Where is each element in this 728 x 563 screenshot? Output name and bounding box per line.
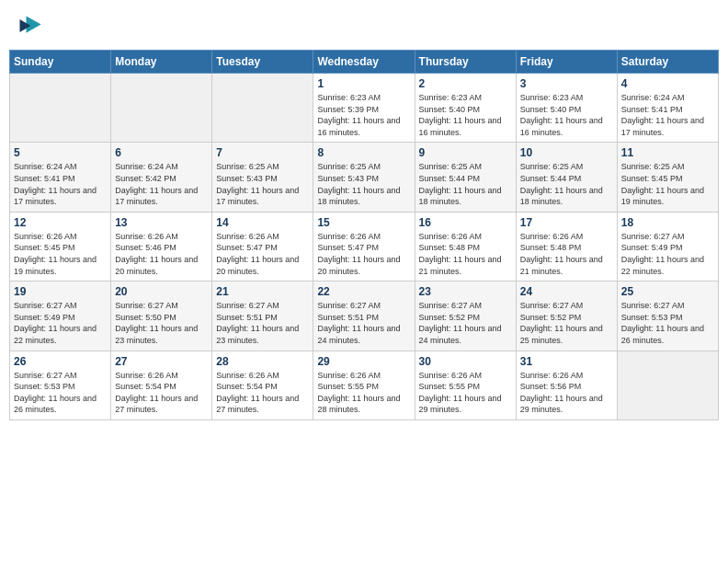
calendar-cell: 15Sunrise: 6:26 AMSunset: 5:47 PMDayligh… xyxy=(313,212,415,281)
day-number: 19 xyxy=(14,285,107,298)
day-info: Sunrise: 6:23 AMSunset: 5:40 PMDaylight:… xyxy=(520,93,603,137)
day-info: Sunrise: 6:27 AMSunset: 5:52 PMDaylight:… xyxy=(419,301,502,345)
calendar-cell: 14Sunrise: 6:26 AMSunset: 5:47 PMDayligh… xyxy=(212,212,313,281)
day-info: Sunrise: 6:27 AMSunset: 5:53 PMDaylight:… xyxy=(621,301,704,345)
calendar-cell: 20Sunrise: 6:27 AMSunset: 5:50 PMDayligh… xyxy=(111,282,212,350)
day-info: Sunrise: 6:23 AMSunset: 5:40 PMDaylight:… xyxy=(419,93,502,137)
day-number: 26 xyxy=(14,355,107,368)
calendar-cell: 12Sunrise: 6:26 AMSunset: 5:45 PMDayligh… xyxy=(10,212,111,281)
day-number: 22 xyxy=(317,285,410,298)
calendar-table: SundayMondayTuesdayWednesdayThursdayFrid… xyxy=(9,50,719,420)
day-info: Sunrise: 6:26 AMSunset: 5:47 PMDaylight:… xyxy=(317,232,400,276)
day-number: 29 xyxy=(317,355,410,368)
weekday-header-sunday: Sunday xyxy=(10,51,111,74)
day-info: Sunrise: 6:24 AMSunset: 5:42 PMDaylight:… xyxy=(115,162,198,206)
calendar-cell: 18Sunrise: 6:27 AMSunset: 5:49 PMDayligh… xyxy=(617,212,718,281)
day-number: 6 xyxy=(115,146,208,159)
calendar-cell: 21Sunrise: 6:27 AMSunset: 5:51 PMDayligh… xyxy=(212,282,313,350)
weekday-header-saturday: Saturday xyxy=(617,51,718,74)
day-info: Sunrise: 6:27 AMSunset: 5:50 PMDaylight:… xyxy=(115,301,198,345)
day-number: 2 xyxy=(419,77,512,90)
calendar-week-row: 5Sunrise: 6:24 AMSunset: 5:41 PMDaylight… xyxy=(10,143,719,212)
calendar-cell: 7Sunrise: 6:25 AMSunset: 5:43 PMDaylight… xyxy=(212,143,313,212)
day-number: 13 xyxy=(115,216,208,229)
calendar-cell: 11Sunrise: 6:25 AMSunset: 5:45 PMDayligh… xyxy=(617,143,718,212)
calendar-cell xyxy=(617,350,718,419)
calendar-cell: 17Sunrise: 6:26 AMSunset: 5:48 PMDayligh… xyxy=(516,212,617,281)
calendar-cell xyxy=(111,74,212,143)
calendar-cell: 1Sunrise: 6:23 AMSunset: 5:39 PMDaylight… xyxy=(313,74,415,143)
weekday-header-row: SundayMondayTuesdayWednesdayThursdayFrid… xyxy=(10,51,719,74)
day-number: 12 xyxy=(14,216,107,229)
day-number: 20 xyxy=(115,285,208,298)
page-header xyxy=(9,9,719,42)
calendar-cell: 30Sunrise: 6:26 AMSunset: 5:55 PMDayligh… xyxy=(415,350,516,419)
day-info: Sunrise: 6:27 AMSunset: 5:51 PMDaylight:… xyxy=(216,301,299,345)
day-info: Sunrise: 6:24 AMSunset: 5:41 PMDaylight:… xyxy=(621,93,704,137)
weekday-header-wednesday: Wednesday xyxy=(313,51,415,74)
calendar-cell: 10Sunrise: 6:25 AMSunset: 5:44 PMDayligh… xyxy=(516,143,617,212)
day-info: Sunrise: 6:26 AMSunset: 5:45 PMDaylight:… xyxy=(14,232,97,276)
day-info: Sunrise: 6:26 AMSunset: 5:56 PMDaylight:… xyxy=(520,371,603,415)
calendar-cell: 24Sunrise: 6:27 AMSunset: 5:52 PMDayligh… xyxy=(516,282,617,350)
day-info: Sunrise: 6:26 AMSunset: 5:55 PMDaylight:… xyxy=(419,371,502,415)
day-number: 10 xyxy=(520,146,613,159)
weekday-header-monday: Monday xyxy=(111,51,212,74)
day-info: Sunrise: 6:24 AMSunset: 5:41 PMDaylight:… xyxy=(14,162,97,206)
day-number: 14 xyxy=(216,216,309,229)
logo-icon xyxy=(17,13,42,39)
calendar-cell: 16Sunrise: 6:26 AMSunset: 5:48 PMDayligh… xyxy=(415,212,516,281)
day-number: 5 xyxy=(14,146,107,159)
day-number: 30 xyxy=(419,355,512,368)
calendar-week-row: 12Sunrise: 6:26 AMSunset: 5:45 PMDayligh… xyxy=(10,212,719,281)
day-info: Sunrise: 6:25 AMSunset: 5:45 PMDaylight:… xyxy=(621,162,704,206)
day-number: 15 xyxy=(317,216,410,229)
day-info: Sunrise: 6:23 AMSunset: 5:39 PMDaylight:… xyxy=(317,93,400,137)
day-info: Sunrise: 6:26 AMSunset: 5:48 PMDaylight:… xyxy=(419,232,502,276)
day-info: Sunrise: 6:25 AMSunset: 5:44 PMDaylight:… xyxy=(419,162,502,206)
calendar-cell: 4Sunrise: 6:24 AMSunset: 5:41 PMDaylight… xyxy=(617,74,718,143)
day-number: 1 xyxy=(317,77,410,90)
calendar-cell: 29Sunrise: 6:26 AMSunset: 5:55 PMDayligh… xyxy=(313,350,415,419)
day-info: Sunrise: 6:26 AMSunset: 5:54 PMDaylight:… xyxy=(115,371,198,415)
calendar-cell: 25Sunrise: 6:27 AMSunset: 5:53 PMDayligh… xyxy=(617,282,718,350)
day-info: Sunrise: 6:26 AMSunset: 5:48 PMDaylight:… xyxy=(520,232,603,276)
calendar-week-row: 1Sunrise: 6:23 AMSunset: 5:39 PMDaylight… xyxy=(10,74,719,143)
day-number: 8 xyxy=(317,146,410,159)
calendar-week-row: 19Sunrise: 6:27 AMSunset: 5:49 PMDayligh… xyxy=(10,282,719,350)
calendar-cell: 22Sunrise: 6:27 AMSunset: 5:51 PMDayligh… xyxy=(313,282,415,350)
calendar-cell: 23Sunrise: 6:27 AMSunset: 5:52 PMDayligh… xyxy=(415,282,516,350)
calendar-cell: 3Sunrise: 6:23 AMSunset: 5:40 PMDaylight… xyxy=(516,74,617,143)
day-info: Sunrise: 6:27 AMSunset: 5:49 PMDaylight:… xyxy=(621,232,704,276)
day-info: Sunrise: 6:27 AMSunset: 5:53 PMDaylight:… xyxy=(14,371,97,415)
calendar-cell: 26Sunrise: 6:27 AMSunset: 5:53 PMDayligh… xyxy=(10,350,111,419)
day-number: 25 xyxy=(621,285,714,298)
calendar-cell: 9Sunrise: 6:25 AMSunset: 5:44 PMDaylight… xyxy=(415,143,516,212)
calendar-cell: 8Sunrise: 6:25 AMSunset: 5:43 PMDaylight… xyxy=(313,143,415,212)
day-number: 16 xyxy=(419,216,512,229)
calendar-cell: 5Sunrise: 6:24 AMSunset: 5:41 PMDaylight… xyxy=(10,143,111,212)
logo xyxy=(9,9,46,42)
day-number: 4 xyxy=(621,77,714,90)
day-number: 17 xyxy=(520,216,613,229)
day-number: 7 xyxy=(216,146,309,159)
calendar-cell xyxy=(212,74,313,143)
weekday-header-thursday: Thursday xyxy=(415,51,516,74)
calendar-cell: 2Sunrise: 6:23 AMSunset: 5:40 PMDaylight… xyxy=(415,74,516,143)
day-number: 9 xyxy=(419,146,512,159)
day-info: Sunrise: 6:26 AMSunset: 5:46 PMDaylight:… xyxy=(115,232,198,276)
weekday-header-friday: Friday xyxy=(516,51,617,74)
day-info: Sunrise: 6:26 AMSunset: 5:54 PMDaylight:… xyxy=(216,371,299,415)
calendar-week-row: 26Sunrise: 6:27 AMSunset: 5:53 PMDayligh… xyxy=(10,350,719,419)
calendar-cell: 6Sunrise: 6:24 AMSunset: 5:42 PMDaylight… xyxy=(111,143,212,212)
calendar-cell: 27Sunrise: 6:26 AMSunset: 5:54 PMDayligh… xyxy=(111,350,212,419)
day-number: 28 xyxy=(216,355,309,368)
day-info: Sunrise: 6:26 AMSunset: 5:55 PMDaylight:… xyxy=(317,371,400,415)
day-number: 24 xyxy=(520,285,613,298)
day-info: Sunrise: 6:27 AMSunset: 5:49 PMDaylight:… xyxy=(14,301,97,345)
day-info: Sunrise: 6:27 AMSunset: 5:51 PMDaylight:… xyxy=(317,301,400,345)
day-number: 27 xyxy=(115,355,208,368)
day-info: Sunrise: 6:27 AMSunset: 5:52 PMDaylight:… xyxy=(520,301,603,345)
calendar-cell: 13Sunrise: 6:26 AMSunset: 5:46 PMDayligh… xyxy=(111,212,212,281)
calendar-cell: 31Sunrise: 6:26 AMSunset: 5:56 PMDayligh… xyxy=(516,350,617,419)
